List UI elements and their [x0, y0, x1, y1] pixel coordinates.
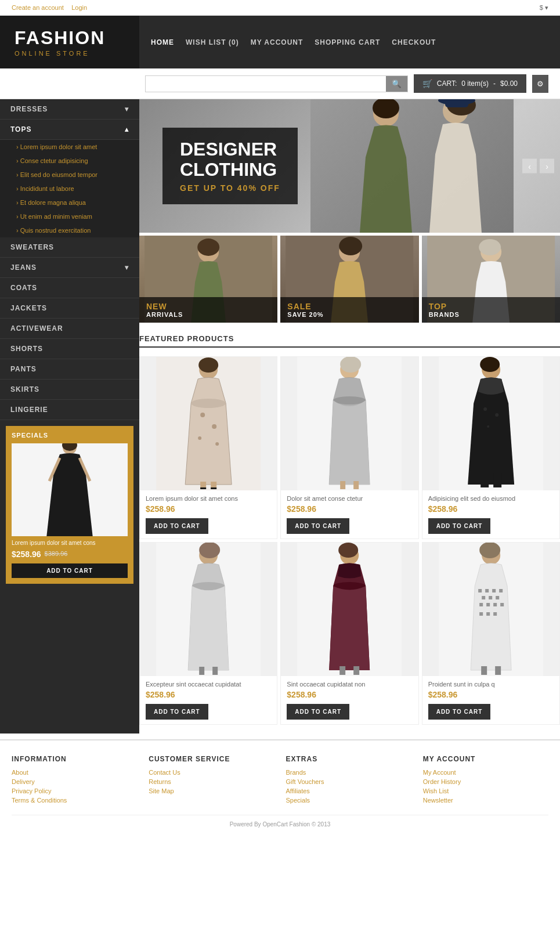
sidebar: DRESSES ▾ TOPS ▴ Lorem ipsum dolor sit a…	[0, 99, 139, 734]
svg-rect-11	[445, 99, 468, 107]
footer-link-contact[interactable]: Contact Us	[149, 769, 274, 776]
add-to-cart-button-2[interactable]: ADD TO CART	[287, 518, 349, 534]
tops-sub-1[interactable]: Lorem ipsum dolor sit amet	[0, 140, 139, 154]
svg-point-25	[200, 413, 205, 417]
promo-card-top-brands[interactable]: TOP BRANDS	[422, 236, 560, 323]
tops-sub-6[interactable]: Ut enim ad minim veniam	[0, 209, 139, 223]
footer-link-returns[interactable]: Returns	[149, 778, 274, 785]
nav-checkout[interactable]: CHECKOUT	[392, 38, 436, 46]
tops-sub-5[interactable]: Et dolore magna aliqua	[0, 196, 139, 209]
sidebar-item-shorts[interactable]: SHORTS	[0, 339, 139, 359]
footer-link-about[interactable]: About	[12, 769, 137, 776]
login-link[interactable]: Login	[71, 4, 87, 11]
product-4-svg	[140, 543, 277, 676]
cart-button[interactable]: 🛒 CART: 0 item(s) - $0.00	[414, 74, 526, 93]
sidebar-item-coats[interactable]: COATS	[0, 278, 139, 298]
tops-sub-7[interactable]: Quis nostrud exercitation	[0, 223, 139, 237]
svg-rect-76	[481, 666, 487, 675]
tops-sub-2[interactable]: Conse ctetur adipisicing	[0, 154, 139, 168]
search-icon: 🔍	[392, 80, 402, 88]
footer-link-specials[interactable]: Specials	[286, 797, 411, 804]
search-button[interactable]: 🔍	[386, 76, 407, 92]
footer-link-privacy[interactable]: Privacy Policy	[12, 787, 137, 794]
tops-sub-3[interactable]: Elit sed do eiusmod tempor	[0, 168, 139, 182]
svg-rect-5	[73, 533, 80, 536]
sidebar-item-dresses[interactable]: DRESSES ▾	[0, 99, 139, 120]
svg-rect-45	[480, 473, 489, 487]
promo-card-new-arrivals[interactable]: NEW ARRIVALS	[139, 236, 277, 323]
nav-account[interactable]: MY ACCOUNT	[251, 38, 304, 46]
footer-link-affiliates[interactable]: Affiliates	[286, 787, 411, 794]
create-account-link[interactable]: Create an account	[12, 4, 64, 11]
svg-rect-72	[500, 603, 504, 606]
add-to-cart-button-6[interactable]: ADD TO CART	[428, 704, 491, 720]
specials-add-to-cart-button[interactable]: ADD TO CART	[12, 563, 128, 578]
add-to-cart-button-3[interactable]: ADD TO CART	[428, 518, 491, 534]
footer-customer-service-title: CUSTOMER SERVICE	[149, 755, 274, 763]
promo-3-label: TOP BRANDS	[422, 297, 560, 323]
product-name-4: Excepteur sint occaecat cupidatat	[146, 681, 271, 688]
tops-submenu: Lorem ipsum dolor sit amet Conse ctetur …	[0, 140, 139, 237]
footer-link-delivery[interactable]: Delivery	[12, 778, 137, 785]
sidebar-item-tops[interactable]: TOPS ▴	[0, 120, 139, 140]
product-name-5: Sint occaecat cupidatat non	[287, 681, 412, 688]
sidebar-item-label: JACKETS	[10, 304, 47, 312]
currency-selector[interactable]: $ ▾	[540, 4, 548, 12]
tops-sub-4[interactable]: Incididunt ut labore	[0, 182, 139, 196]
nav-home[interactable]: HOME	[151, 38, 174, 46]
cart-icon: 🛒	[422, 79, 432, 88]
specials-image	[12, 443, 128, 536]
hero-next-button[interactable]: ›	[540, 159, 554, 174]
sidebar-item-label: TOPS	[10, 125, 31, 133]
add-to-cart-button-4[interactable]: ADD TO CART	[146, 704, 208, 720]
chevron-down-icon: ▾	[125, 263, 129, 272]
promo-card-sale[interactable]: SALE SAVE 20%	[280, 236, 418, 323]
footer-link-brands[interactable]: Brands	[286, 769, 411, 776]
nav-wishlist[interactable]: WISH LIST (0)	[186, 38, 239, 46]
footer-link-gift-vouchers[interactable]: Gift Vouchers	[286, 778, 411, 785]
footer: INFORMATION About Delivery Privacy Polic…	[0, 739, 560, 836]
svg-rect-32	[211, 487, 216, 489]
product-2-svg	[281, 357, 418, 490]
svg-point-20	[479, 239, 501, 255]
sidebar-item-lingerie[interactable]: LINGERIE	[0, 400, 139, 420]
product-5-svg	[281, 543, 418, 676]
nav-cart[interactable]: SHOPPING CART	[315, 38, 380, 46]
svg-point-61	[479, 543, 500, 558]
sidebar-item-jeans[interactable]: JEANS ▾	[0, 258, 139, 278]
product-image-4	[140, 543, 277, 676]
svg-rect-62	[478, 589, 482, 592]
sidebar-item-activewear[interactable]: ACTIVEWEAR	[0, 319, 139, 339]
footer-col-extras: EXTRAS Brands Gift Vouchers Affiliates S…	[286, 755, 411, 806]
product-price-3: $258.96	[428, 504, 554, 514]
svg-rect-68	[496, 596, 499, 599]
product-name-6: Proident sunt in culpa q	[428, 681, 554, 688]
hero-prev-button[interactable]: ‹	[522, 159, 537, 174]
footer-link-wish-list[interactable]: Wish List	[423, 787, 548, 794]
footer-link-order-history[interactable]: Order History	[423, 778, 548, 785]
sidebar-item-jackets[interactable]: JACKETS	[0, 298, 139, 319]
footer-my-account-title: MY ACCOUNT	[423, 755, 548, 763]
svg-point-26	[212, 424, 216, 429]
add-to-cart-button-5[interactable]: ADD TO CART	[287, 704, 349, 720]
footer-link-sitemap[interactable]: Site Map	[149, 787, 274, 794]
footer-link-terms[interactable]: Terms & Conditions	[12, 797, 137, 804]
specials-price: $258.96	[12, 550, 41, 559]
sidebar-item-pants[interactable]: PANTS	[0, 359, 139, 380]
add-to-cart-button-1[interactable]: ADD TO CART	[146, 518, 208, 534]
svg-rect-46	[493, 473, 501, 487]
cart-settings-button[interactable]: ⚙	[532, 75, 548, 93]
sidebar-item-sweaters[interactable]: SWEATERS	[0, 237, 139, 258]
sidebar-item-skirts[interactable]: SKIRTS	[0, 380, 139, 400]
svg-rect-52	[212, 667, 218, 675]
sidebar-item-label: SWEATERS	[10, 243, 54, 251]
footer-link-my-account[interactable]: My Account	[423, 769, 548, 776]
search-input[interactable]	[146, 76, 386, 92]
promo-1-label: NEW ARRIVALS	[139, 297, 277, 323]
currency-dropdown-icon[interactable]: ▾	[545, 4, 548, 11]
featured-section-title: FEATURED PRODUCTS	[139, 334, 560, 348]
footer-link-newsletter[interactable]: Newsletter	[423, 797, 548, 804]
svg-point-17	[339, 237, 362, 255]
product-price-4: $258.96	[146, 690, 271, 699]
svg-point-28	[215, 442, 219, 446]
